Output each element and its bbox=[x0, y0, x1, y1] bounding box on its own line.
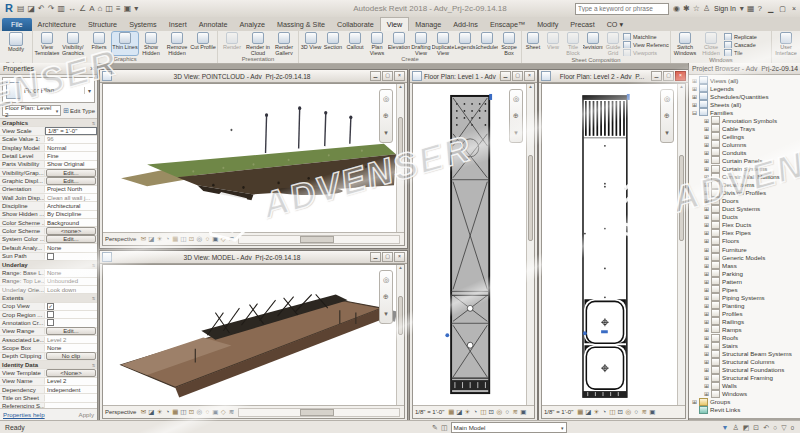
tree-expander-icon[interactable]: ⊞ bbox=[704, 157, 711, 164]
ribbon-button[interactable]: View bbox=[543, 32, 563, 55]
tree-expander-icon[interactable]: ⊞ bbox=[704, 382, 711, 389]
window-minimize-button[interactable]: ▁ bbox=[500, 71, 511, 81]
view-window-level2[interactable]: Floor Plan: Level 2 - Adv_P... ▁ ▢ × bbox=[538, 69, 689, 422]
tree-item[interactable]: ⊞ Walls bbox=[689, 382, 800, 390]
tree-item[interactable]: ⊞ Columns bbox=[689, 140, 800, 148]
view-control-icon[interactable]: ◫ bbox=[479, 408, 487, 416]
view-control-icon[interactable]: ▣ bbox=[211, 408, 219, 416]
tree-item[interactable]: ⊞ Roofs bbox=[689, 334, 800, 342]
ribbon-button[interactable]: Elevation bbox=[388, 32, 410, 55]
horizontal-scrollbar[interactable] bbox=[238, 235, 400, 244]
navigation-bar[interactable]: ◎ ⊕ ▾ bbox=[379, 89, 393, 143]
view-control-icon[interactable]: ☀ bbox=[155, 408, 163, 416]
view-control-icon[interactable]: ▦ bbox=[447, 408, 455, 416]
tree-expander-icon[interactable]: ⊞ bbox=[704, 286, 711, 293]
property-value[interactable]: None bbox=[45, 344, 97, 351]
properties-close-icon[interactable]: × bbox=[90, 65, 94, 72]
revit-logo-icon[interactable]: R bbox=[5, 3, 13, 14]
window-close-button[interactable]: × bbox=[394, 71, 405, 81]
qat-icon[interactable]: ↶ bbox=[38, 5, 45, 13]
view-control-icon[interactable]: ⊡ bbox=[187, 408, 195, 416]
tree-item[interactable]: ⊞ Furniture bbox=[689, 245, 800, 253]
ribbon-button[interactable]: Guide Grid bbox=[603, 32, 623, 55]
nav-more-icon[interactable]: ▾ bbox=[384, 310, 388, 318]
level2-viewport[interactable]: ◎ ⊕ ▾ ▲ 1/8" = 1'-0" ▦◪☀◔◫⊡◎○≋▣ bbox=[541, 83, 686, 419]
zoom-icon[interactable]: ⊕ bbox=[664, 112, 670, 120]
view-control-icon[interactable]: ◫ bbox=[179, 408, 187, 416]
property-value[interactable]: 96 bbox=[45, 136, 97, 143]
tree-item[interactable]: ⊞ Ramps bbox=[689, 325, 800, 333]
qat-icon[interactable]: ◫ bbox=[105, 5, 113, 13]
tree-expander-icon[interactable]: ⊞ bbox=[704, 165, 711, 172]
property-row[interactable]: Default Analy... None bbox=[0, 244, 97, 252]
ribbon-button[interactable]: Duplicate View bbox=[432, 32, 454, 55]
view-control-icon[interactable]: ▦ bbox=[576, 408, 584, 416]
view-control-icon[interactable]: ☀ bbox=[155, 235, 163, 243]
horizontal-scrollbar[interactable] bbox=[238, 408, 400, 417]
view-control-icon[interactable]: ◔ bbox=[600, 408, 608, 416]
ribbon-button[interactable]: Revisions bbox=[583, 32, 603, 55]
file-tab[interactable]: File bbox=[2, 18, 32, 31]
tree-expander-icon[interactable]: ⊞ bbox=[704, 197, 711, 204]
ribbon-button[interactable]: Filters bbox=[86, 32, 112, 55]
zoom-icon[interactable]: ⊕ bbox=[383, 293, 389, 301]
view-control-icon[interactable]: ⊡ bbox=[487, 408, 495, 416]
tree-item[interactable]: ⊞ Curtain Panels bbox=[689, 156, 800, 164]
tree-expander-icon[interactable]: ⊞ bbox=[704, 294, 711, 301]
panel-label-presentation[interactable]: Presentation bbox=[218, 55, 298, 63]
view-control-icon[interactable]: ◎ bbox=[495, 408, 503, 416]
tree-expander-icon[interactable]: ⊞ bbox=[704, 326, 711, 333]
steering-wheel-icon[interactable]: ◎ bbox=[664, 95, 670, 103]
ribbon-button[interactable]: Render Gallery bbox=[271, 32, 297, 55]
view-control-icon[interactable]: ◎ bbox=[195, 235, 203, 243]
apply-button[interactable]: Apply bbox=[79, 411, 94, 418]
window-title-bar-active[interactable]: Floor Plan: Level 2 - Adv_P... ▁ ▢ × bbox=[539, 70, 688, 83]
property-row[interactable]: Underlay bbox=[0, 261, 97, 269]
qat-icon[interactable]: ◪ bbox=[28, 5, 36, 13]
navigation-bar[interactable]: ◎ ⊕ ▾ bbox=[379, 270, 393, 324]
ribbon-small-button[interactable]: Tile bbox=[724, 49, 770, 56]
tree-item[interactable]: ⊞ Curtain Systems bbox=[689, 165, 800, 173]
edit-type-button[interactable]: ⊞ Edit Type bbox=[63, 107, 95, 115]
ribbon-tab[interactable]: Massing & Site bbox=[271, 18, 331, 31]
property-row[interactable]: Crop Region ... bbox=[0, 311, 97, 319]
view-control-icon[interactable]: ◇ bbox=[219, 235, 227, 243]
ribbon-button[interactable]: Cut Profile bbox=[190, 32, 216, 55]
tree-item[interactable]: Revit Links bbox=[689, 406, 800, 414]
property-row[interactable]: Orientation Project North bbox=[0, 186, 97, 194]
property-row[interactable]: Title on Sheet bbox=[0, 394, 97, 402]
property-value[interactable]: Show Original bbox=[45, 161, 97, 168]
qat-icon[interactable]: ▾ bbox=[134, 5, 138, 13]
tree-expander-icon[interactable]: ⊞ bbox=[704, 334, 711, 341]
view-control-icon[interactable]: ▦ bbox=[171, 408, 179, 416]
window-title-bar[interactable]: 3D View: POINTCLOUD - Adv_Prj-2c-09.14.1… bbox=[100, 70, 407, 83]
window-title-bar[interactable]: Floor Plan: Level 1 - Adv_Pr... ▁ ▢ × bbox=[410, 70, 537, 83]
tree-item[interactable]: ⊞ Duct Systems bbox=[689, 205, 800, 213]
property-row[interactable]: View Range Edit... bbox=[0, 328, 97, 336]
qat-icon[interactable]: ≡ bbox=[116, 5, 121, 13]
property-row[interactable]: Discipline Architectural bbox=[0, 202, 97, 210]
ribbon-button[interactable]: Callout bbox=[344, 32, 366, 55]
title-icon[interactable]: ☆ bbox=[693, 4, 700, 13]
ribbon-button[interactable]: Drafting View bbox=[410, 32, 432, 55]
tree-expander-icon[interactable]: ⊞ bbox=[704, 125, 711, 132]
view-control-icon[interactable]: ⊡ bbox=[616, 408, 624, 416]
status-icon[interactable]: ↶ bbox=[763, 424, 769, 432]
tree-expander-icon[interactable]: ⊟ bbox=[692, 109, 699, 116]
level1-viewport[interactable]: ◎ ⊕ ▾ ▲ 1/8" = 1'-0" ▦◪☀◔◫⊡◎○≋▣ bbox=[412, 83, 535, 419]
ribbon-button[interactable]: Section bbox=[322, 32, 344, 55]
vertical-scrollbar[interactable]: ▲ bbox=[396, 265, 404, 406]
ribbon-tab[interactable]: Structure bbox=[82, 18, 123, 31]
panel-label-graphics[interactable]: Graphics bbox=[33, 55, 217, 63]
tree-expander-icon[interactable]: ⊞ bbox=[704, 237, 711, 244]
ribbon-small-button[interactable]: Matchline bbox=[623, 33, 669, 40]
ribbon-small-button[interactable]: Viewports bbox=[623, 49, 669, 56]
tree-item[interactable]: ⊞ Groups bbox=[689, 398, 800, 406]
property-value[interactable] bbox=[45, 319, 97, 326]
tree-item[interactable]: ⊞ Legends bbox=[689, 84, 800, 92]
view-control-icon[interactable]: ◎ bbox=[195, 408, 203, 416]
tree-item[interactable]: ⊞ Structural Columns bbox=[689, 358, 800, 366]
status-icon[interactable]: ▼ bbox=[721, 424, 728, 432]
title-icon[interactable]: ▦ bbox=[747, 4, 755, 13]
tree-expander-icon[interactable]: ⊞ bbox=[704, 181, 711, 188]
